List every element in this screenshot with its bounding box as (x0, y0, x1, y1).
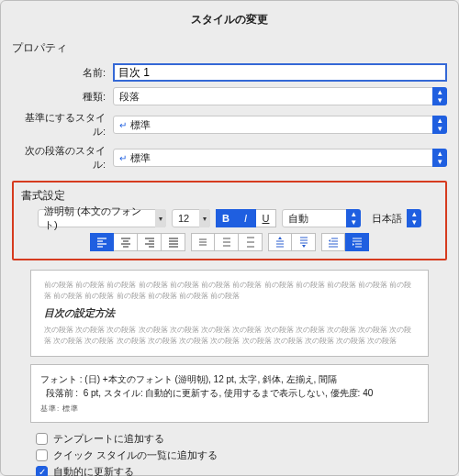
paragraph-marker-icon: ↵ (119, 120, 127, 130)
color-select[interactable]: 自動 ▴▾ (282, 209, 361, 227)
label-quickstyle: クイック スタイルの一覧に追加する (53, 448, 218, 462)
space-before-dec-button[interactable] (292, 233, 316, 251)
format-section: 書式設定 游明朝 (本文のフォント) ▾ 12 ▾ B I U 自動 ▴▾ 日本… (12, 181, 447, 260)
label-base: 基準にするスタイル: (12, 111, 113, 138)
bold-button[interactable]: B (216, 209, 236, 227)
preview-after: 次の段落 次の段落 次の段落 次の段落 次の段落 次の段落 次の段落 次の段落 … (44, 325, 415, 347)
chevron-updown-icon: ▴▾ (346, 209, 361, 227)
name-input[interactable] (113, 63, 447, 82)
label-template: テンプレートに追加する (53, 432, 164, 446)
preview-sample: 目次の設定方法 (44, 305, 415, 321)
space-before-inc-button[interactable] (268, 233, 292, 251)
desc-sub: 基準: 標準 (40, 404, 419, 415)
font-select[interactable]: 游明朝 (本文のフォント) ▾ (38, 209, 166, 227)
chevron-updown-icon: ▴▾ (432, 116, 447, 134)
chevron-updown-icon: ▴▾ (432, 149, 447, 167)
kind-value: 段落 (119, 90, 140, 104)
section-property: プロパティ (12, 40, 447, 56)
label-name: 名前: (12, 66, 113, 80)
font-value: 游明朝 (本文のフォント) (44, 205, 149, 232)
description-box: フォント : (日) +本文のフォント (游明朝), 12 pt, 太字, 斜体… (30, 364, 429, 423)
italic-button[interactable]: I (236, 209, 256, 227)
desc-line2: 段落前 : 6 pt, スタイル: 自動的に更新する, 使用するまで表示しない,… (40, 386, 419, 400)
linespacing-1-button[interactable] (191, 233, 215, 251)
align-center-button[interactable] (114, 233, 138, 251)
linespacing-2-button[interactable] (239, 233, 263, 251)
kind-select[interactable]: 段落 ▴▾ (113, 87, 447, 105)
style-buttons: B I U (216, 209, 276, 227)
row-name: 名前: (12, 63, 447, 82)
underline-button[interactable]: U (256, 209, 276, 227)
format-toolbar-1: 游明朝 (本文のフォント) ▾ 12 ▾ B I U 自動 ▴▾ 日本語 ▴▾ (21, 209, 438, 227)
dialog-title: スタイルの変更 (12, 8, 447, 37)
section-format: 書式設定 (21, 188, 438, 204)
linespacing-15-button[interactable] (215, 233, 239, 251)
format-toolbar-2 (21, 233, 438, 251)
checkboxes: テンプレートに追加する クイック スタイルの一覧に追加する ✓自動的に更新する (36, 432, 447, 477)
lang-select[interactable]: 日本語 ▴▾ (366, 209, 421, 227)
align-justify-button[interactable] (162, 233, 185, 251)
align-right-button[interactable] (138, 233, 162, 251)
checkbox-autoupdate[interactable]: ✓ (36, 466, 48, 477)
row-base: 基準にするスタイル: ↵標準 ▴▾ (12, 111, 447, 138)
preview-box: 前の段落 前の段落 前の段落 前の段落 前の段落 前の段落 前の段落 前の段落 … (30, 270, 429, 357)
color-value: 自動 (288, 212, 308, 226)
checkbox-quickstyle[interactable] (36, 449, 48, 461)
preview-before: 前の段落 前の段落 前の段落 前の段落 前の段落 前の段落 前の段落 前の段落 … (44, 280, 415, 302)
size-select[interactable]: 12 ▾ (172, 209, 210, 227)
indent-decrease-button[interactable] (321, 233, 345, 251)
row-kind: 種類: 段落 ▴▾ (12, 87, 447, 105)
chevron-updown-icon: ▴▾ (432, 87, 447, 105)
base-value: 標準 (130, 118, 151, 132)
align-left-button[interactable] (90, 233, 114, 251)
lang-value: 日本語 (372, 212, 402, 226)
style-edit-dialog: スタイルの変更 プロパティ 名前: 種類: 段落 ▴▾ 基準にするスタイル: ↵… (0, 0, 459, 476)
label-next: 次の段落のスタイル: (12, 144, 113, 172)
checkbox-template[interactable] (36, 433, 48, 445)
paragraph-marker-icon: ↵ (119, 153, 127, 163)
size-value: 12 (178, 213, 189, 224)
base-style-select[interactable]: ↵標準 ▴▾ (113, 116, 447, 134)
label-autoupdate: 自動的に更新する (53, 465, 134, 477)
desc-line1: フォント : (日) +本文のフォント (游明朝), 12 pt, 太字, 斜体… (40, 372, 419, 386)
next-style-select[interactable]: ↵標準 ▴▾ (113, 149, 447, 167)
next-value: 標準 (130, 151, 151, 165)
label-kind: 種類: (12, 90, 113, 104)
indent-increase-button[interactable] (345, 233, 369, 251)
row-next: 次の段落のスタイル: ↵標準 ▴▾ (12, 144, 447, 172)
chevron-updown-icon: ▴▾ (407, 209, 421, 227)
